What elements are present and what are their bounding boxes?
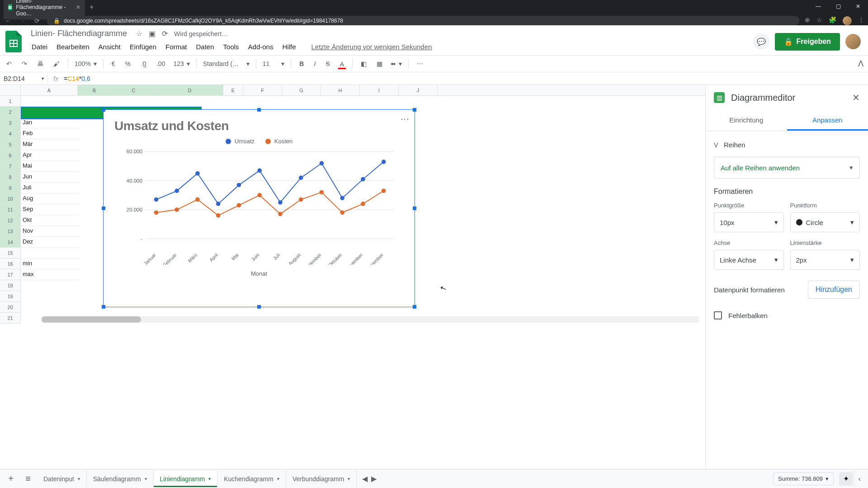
menu-icon[interactable]: ⋮ (858, 16, 864, 25)
sheets-favicon-icon: ▦ (8, 4, 12, 10)
address-bar[interactable]: 🔒 docs.google.com/spreadsheets/d/16sZAG8… (47, 16, 799, 25)
reload-button[interactable]: ⟳ (33, 17, 42, 24)
zoom-icon[interactable]: ⊕ (805, 16, 810, 25)
url-text: docs.google.com/spreadsheets/d/16sZAG8C1… (64, 18, 343, 24)
extensions-icon[interactable]: 🧩 (829, 16, 836, 25)
forward-button[interactable]: → (18, 17, 27, 24)
tab-title: Linien- Flächendiagramme - Goo… (16, 0, 72, 17)
lock-icon: 🔒 (53, 18, 60, 24)
window-controls[interactable]: —▢✕ (808, 0, 868, 13)
back-button[interactable]: ← (4, 17, 13, 24)
tab-close-icon[interactable]: ✕ (76, 4, 80, 10)
star-icon[interactable]: ☆ (816, 16, 822, 25)
new-tab-button[interactable]: + (85, 3, 98, 11)
profile-icon[interactable] (843, 16, 852, 25)
